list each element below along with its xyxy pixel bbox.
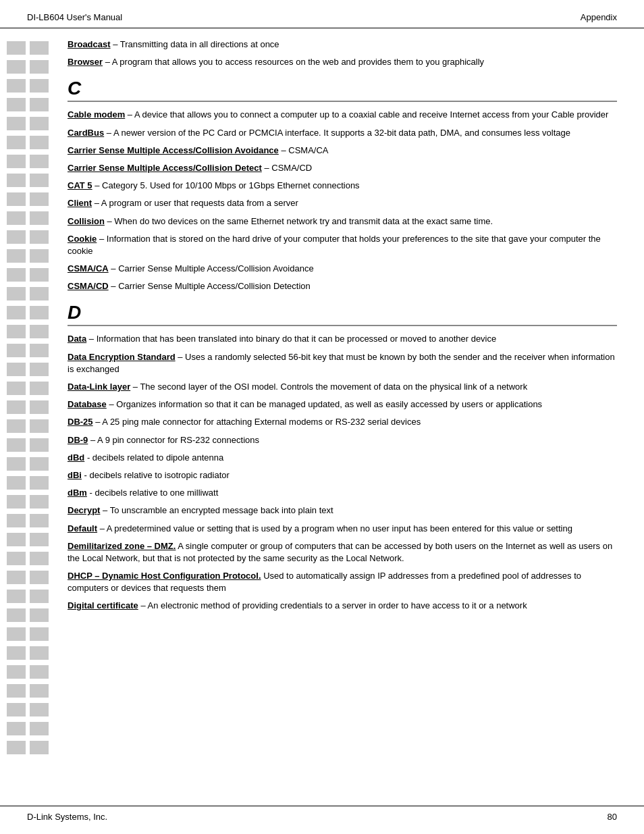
sidebar-block [7, 495, 26, 509]
glossary-definition: – A program that allows you to access re… [103, 57, 484, 67]
page-header: DI-LB604 User's Manual Appendix [0, 0, 644, 28]
sidebar-block [7, 571, 26, 584]
sidebar-block [7, 230, 26, 244]
sidebar-row [0, 95, 61, 114]
sidebar-row [0, 209, 61, 228]
sidebar-block [7, 136, 26, 149]
sidebar-row [0, 265, 61, 284]
glossary-term: CAT 5 [68, 180, 92, 190]
glossary-entry: CAT 5 – Category 5. Used for 10/100 Mbps… [68, 180, 617, 192]
glossary-term: Broadcast [68, 39, 111, 49]
glossary-definition: – A predetermined value or setting that … [97, 523, 572, 533]
glossary-definition: – CSMA/CD [262, 163, 312, 173]
glossary-term: Collision [68, 216, 105, 226]
sidebar-row [0, 681, 61, 700]
sidebar-block [30, 382, 49, 395]
glossary-term: Carrier Sense Multiple Access/Collision … [68, 163, 262, 173]
page: DI-LB604 User's Manual Appendix Broadcas… [0, 0, 644, 834]
glossary-term: Browser [68, 57, 103, 67]
glossary-entry: Cookie – Information that is stored on t… [68, 233, 617, 257]
glossary-term: Digital certificate [68, 600, 138, 610]
glossary-term: Data Encryption Standard [68, 352, 176, 362]
sidebar-block [7, 722, 26, 735]
sidebar-block [7, 249, 26, 263]
sidebar-row [0, 114, 61, 133]
sidebar-row [0, 738, 61, 757]
sidebar-row [0, 171, 61, 190]
sidebar-block [7, 552, 26, 565]
sidebar-block [7, 211, 26, 225]
sidebar-block [30, 627, 49, 641]
sidebar-block [30, 306, 49, 319]
glossary-entry: Data – Information that has been transla… [68, 333, 617, 345]
sidebar-block [30, 41, 49, 55]
glossary-entry: Collision – When do two devices on the s… [68, 215, 617, 228]
section-heading: D [68, 302, 617, 326]
sidebar-block [30, 608, 49, 622]
footer-left: D-Link Systems, Inc. [27, 812, 107, 822]
sidebar-block [7, 344, 26, 357]
glossary-definition: - decibels relative to one milliwatt [87, 488, 218, 498]
sidebar-row [0, 662, 61, 681]
sidebar-block [30, 514, 49, 527]
sidebar-row [0, 587, 61, 606]
glossary-definition: - decibels related to dipole antenna [84, 452, 223, 463]
sidebar-row [0, 417, 61, 436]
sidebar-block [7, 325, 26, 338]
sidebar [0, 35, 61, 757]
sidebar-block [7, 98, 26, 111]
glossary-term: Demilitarized zone – DMZ. [68, 541, 176, 551]
main-content: Broadcast – Transmitting data in all dir… [0, 28, 644, 791]
glossary-definition: – Carrier Sense Multiple Access/Collisio… [109, 263, 314, 273]
header-right: Appendix [581, 12, 617, 22]
sidebar-row [0, 549, 61, 568]
sidebar-block [7, 60, 26, 74]
sidebar-block [30, 684, 49, 698]
sidebar-block [30, 646, 49, 660]
sidebar-block [30, 703, 49, 716]
sidebar-block [30, 363, 49, 376]
glossary-term: Data [68, 334, 86, 344]
sidebar-row [0, 57, 61, 76]
sidebar-block [30, 722, 49, 735]
sidebar-block [7, 665, 26, 679]
glossary-entry: Data Encryption Standard – Uses a random… [68, 351, 617, 375]
glossary-entry: dBm - decibels relative to one milliwatt [68, 487, 617, 499]
sidebar-block [30, 533, 49, 546]
sidebar-block [7, 514, 26, 527]
glossary-entry: Browser – A program that allows you to a… [68, 56, 617, 68]
sidebar-row [0, 511, 61, 530]
glossary-entry: CSMA/CA – Carrier Sense Multiple Access/… [68, 263, 617, 275]
sidebar-blocks [0, 38, 61, 757]
glossary-term: Decrypt [68, 505, 100, 515]
glossary-entry: dBi - decibels relative to isotropic rad… [68, 469, 617, 481]
glossary-definition: - decibels relative to isotropic radiato… [82, 470, 230, 480]
content-area: Broadcast – Transmitting data in all dir… [61, 35, 644, 757]
sidebar-row [0, 246, 61, 265]
sidebar-block [30, 344, 49, 357]
sidebar-block [30, 590, 49, 603]
sidebar-row [0, 341, 61, 360]
sidebar-row [0, 133, 61, 152]
sidebar-block [7, 703, 26, 716]
glossary-term: DB-25 [68, 417, 93, 427]
sidebar-block [7, 438, 26, 452]
glossary-term: Client [68, 198, 92, 208]
sidebar-block [30, 136, 49, 149]
sidebar-row [0, 568, 61, 587]
sidebar-row [0, 644, 61, 662]
glossary-entry: Data-Link layer – The second layer of th… [68, 381, 617, 393]
sidebar-block [30, 741, 49, 754]
glossary-entry: CSMA/CD – Carrier Sense Multiple Access/… [68, 280, 617, 292]
page-footer: D-Link Systems, Inc. 80 [0, 806, 644, 834]
sidebar-block [30, 287, 49, 301]
section-heading: C [68, 78, 617, 102]
sidebar-block [7, 155, 26, 168]
sidebar-block [30, 98, 49, 111]
sidebar-row [0, 190, 61, 209]
glossary-definition: – CSMA/CA [279, 145, 329, 155]
sidebar-block [7, 192, 26, 206]
sidebar-block [30, 79, 49, 93]
sidebar-row [0, 152, 61, 171]
glossary-definition: – Information that has been translated i… [86, 334, 496, 344]
